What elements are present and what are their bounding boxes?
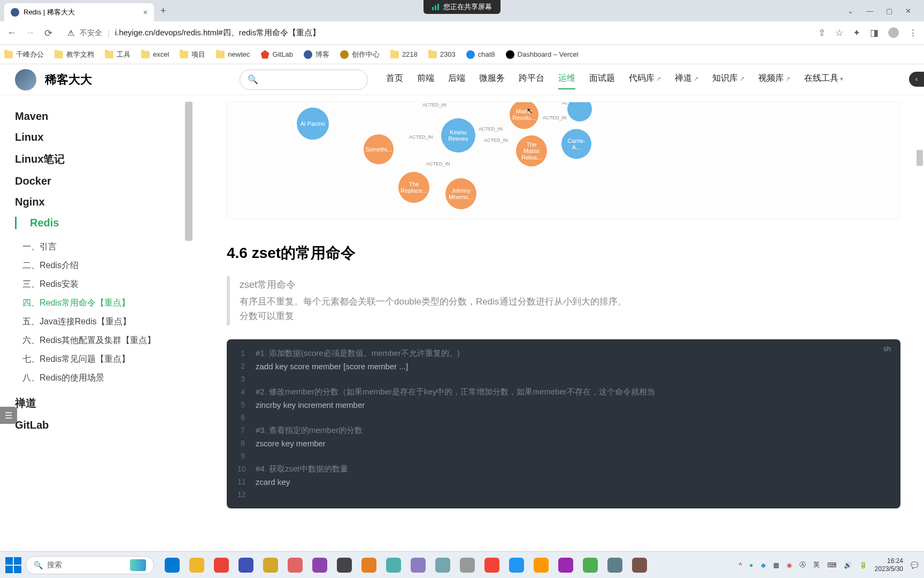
taskbar-app[interactable] [411,558,426,573]
nav-link[interactable]: 前端 [417,73,434,86]
nav-link[interactable]: 知识库↗ [712,73,744,86]
sidebar-section[interactable]: Linux笔记 [15,152,192,166]
profile-icon[interactable] [888,27,899,38]
site-logo[interactable] [15,69,36,90]
taskbar-app[interactable] [312,558,327,573]
bookmark-item[interactable]: 千峰办公 [4,50,44,59]
taskbar-app[interactable] [583,558,598,573]
nav-link[interactable]: 视频库↗ [758,73,790,86]
sidebar-section[interactable]: GitLab [15,419,192,431]
volume-icon[interactable]: 🔊 [844,561,852,569]
page-scrollbar[interactable] [917,150,923,166]
tray-icon[interactable]: ● [749,561,753,569]
sidebar-section[interactable]: Nginx [15,196,192,208]
sidebar-item[interactable]: 八、Redis的使用场景 [22,369,192,387]
taskbar-app[interactable] [361,558,376,573]
bookmark-item[interactable]: GitLab [261,50,293,59]
nav-link[interactable]: 首页 [386,73,403,86]
nav-link[interactable]: 面试题 [589,73,615,86]
sidebar-section[interactable]: Docker [15,175,192,187]
bookmark-item[interactable]: Dashboard – Vercel [506,50,579,59]
close-window-icon[interactable]: ✕ [905,7,911,15]
sidebar-item[interactable]: 七、Redis常见问题【重点】 [22,350,192,369]
toc-toggle[interactable]: ☰ [0,407,17,424]
bookmark-item[interactable]: 2218 [390,50,418,58]
chevron-down-icon[interactable]: ⌄ [848,7,853,15]
site-search[interactable]: 🔍 [240,70,368,90]
bookmark-item[interactable]: 教学文档 [55,50,94,59]
taskbar-app[interactable] [337,558,352,573]
nav-link[interactable]: 微服务 [479,73,505,86]
taskbar-app[interactable] [558,558,573,573]
nav-link[interactable]: 禅道↗ [675,73,698,86]
taskbar-app[interactable] [288,558,303,573]
sidebar-section[interactable]: Maven [15,110,192,123]
sidebar-section[interactable]: Linux [15,131,192,143]
system-tray[interactable]: ^ ● ◆ ▦ ◉ Ⓐ 英 ⌨ 🔊 🔋 16:24 2023/5/30 💬 [739,557,919,573]
taskbar-app[interactable] [238,558,253,573]
new-tab-button[interactable]: + [160,5,166,17]
sidebar-item[interactable]: 六、Redis其他配置及集群【重点】 [22,331,192,350]
battery-icon[interactable]: 🔋 [859,561,867,569]
nav-link[interactable]: 跨平台 [519,73,544,86]
bookmark-item[interactable]: 工具 [105,50,130,59]
bookmark-item[interactable]: 博客 [304,50,329,59]
clock[interactable]: 16:24 2023/5/30 [875,557,903,573]
menu-icon[interactable]: ⋮ [908,27,918,39]
wifi-icon[interactable]: ⌨ [827,561,836,569]
bookmark-item[interactable]: chat8 [466,50,495,59]
taskbar-app[interactable] [214,558,229,573]
sidebar-item[interactable]: 五、Java连接Redis【重点】 [22,313,192,331]
code-block[interactable]: sh 1#1. 添加数据(score必须是数值。member不允许重复的。)2z… [227,339,900,508]
ime-indicator[interactable]: 英 [813,560,820,569]
extensions-icon[interactable]: ✦ [853,27,860,39]
bookmark-item[interactable]: 2303 [428,50,456,58]
tray-chevron-icon[interactable]: ^ [739,561,742,569]
sidebar-section[interactable]: Redis [15,217,192,229]
browser-tab[interactable]: Redis | 稀客大大 × [4,3,154,21]
minimize-icon[interactable]: — [866,7,873,15]
close-icon[interactable]: × [143,8,148,17]
taskbar-app[interactable] [460,558,475,573]
tray-icon[interactable]: ◉ [787,561,792,569]
taskbar-search[interactable]: 🔍 搜索 [26,556,154,574]
sidebar-item[interactable]: 四、Redis常用命令【重点】 [22,294,192,313]
sidepanel-icon[interactable]: ◨ [870,27,879,39]
sidebar-section[interactable]: 禅道 [15,396,192,410]
back-button[interactable]: ← [6,27,17,39]
sidebar-item[interactable]: 二、Redis介绍 [22,256,192,275]
sidebar-item[interactable]: 一、引言 [22,238,192,256]
taskbar-app[interactable] [263,558,278,573]
nav-link[interactable]: 运维 [558,73,575,86]
nav-link[interactable]: 在线工具▾ [804,73,843,86]
bookmark-item[interactable]: newtec [216,50,250,58]
bookmark-item[interactable]: 创作中心 [340,50,380,59]
sidebar-item[interactable]: 三、Redis安装 [22,275,192,294]
taskbar-app[interactable] [435,558,450,573]
taskbar-app[interactable] [607,558,622,573]
taskbar-app[interactable] [386,558,401,573]
nav-link[interactable]: 后端 [448,73,465,86]
share-icon[interactable]: ⇧ [818,27,826,39]
drawer-toggle[interactable]: ‹ [909,72,924,87]
start-button[interactable] [5,557,21,573]
bookmark-item[interactable]: 项目 [180,50,205,59]
tray-icon[interactable]: Ⓐ [799,560,806,569]
bookmark-item[interactable]: excel [141,50,169,58]
nav-link[interactable]: 代码库↗ [629,73,661,86]
taskbar-app[interactable] [484,558,499,573]
taskbar-app[interactable] [632,558,647,573]
sidebar-scrollbar[interactable] [185,102,192,241]
forward-button[interactable]: → [25,27,35,39]
tray-icon[interactable]: ▦ [773,561,779,569]
star-icon[interactable]: ☆ [835,27,843,39]
taskbar-app[interactable] [509,558,524,573]
notifications-icon[interactable]: 💬 [911,561,919,569]
tray-icon[interactable]: ◆ [761,561,766,569]
maximize-icon[interactable]: ▢ [886,7,892,15]
taskbar-app[interactable] [165,558,180,573]
taskbar-app[interactable] [189,558,204,573]
url-field[interactable]: ⚠ 不安全 | i.heyige.cn/devops/redis.html#四、… [61,25,811,42]
site-title[interactable]: 稀客大大 [45,72,92,88]
reload-button[interactable]: ⟳ [43,27,53,39]
